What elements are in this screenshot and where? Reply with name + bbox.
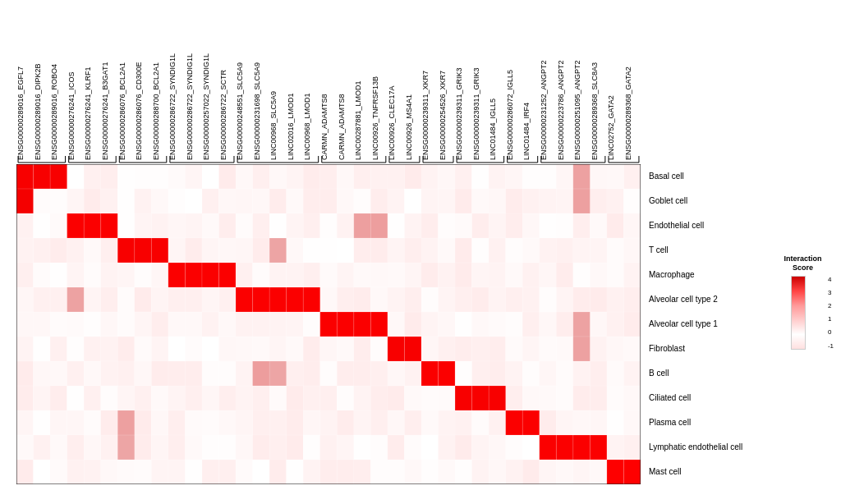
legend-tick-1: 1 (828, 315, 834, 323)
row-label: Lymphatic endothelial cell (649, 442, 742, 451)
row-label: Fibroblast (649, 344, 685, 353)
legend-tick-2: 2 (828, 302, 834, 309)
row-label: Plasma cell (649, 418, 691, 427)
legend-tick-0: 0 (828, 328, 834, 336)
legend: InteractionScore 4 3 2 1 0 -1 (772, 254, 834, 350)
legend-tick-4: 4 (828, 276, 834, 283)
row-label: Alveolar cell type 1 (649, 319, 718, 328)
heatmap-container (16, 164, 641, 484)
row-label: Goblet cell (649, 196, 687, 205)
row-label: T cell (649, 245, 669, 254)
legend-tick-3: 3 (828, 289, 834, 296)
legend-gradient (791, 276, 806, 350)
row-label: Macrophage (649, 270, 695, 279)
row-label: Mast cell (649, 467, 681, 476)
row-label: Basal cell (649, 172, 684, 181)
heatmap-canvas (16, 164, 641, 484)
row-label: Endothelial cell (649, 221, 704, 230)
row-label: B cell (649, 369, 669, 378)
row-labels: Basal cellGoblet cellEndothelial cellT c… (649, 164, 780, 484)
main-container: ENSG00000289016_EGFL7ENSG00000289016_DIP… (0, 0, 841, 504)
bracket-svg (16, 0, 641, 164)
legend-title: InteractionScore (772, 254, 834, 273)
row-label: Ciliated cell (649, 393, 691, 402)
legend-tick-neg1: -1 (828, 342, 834, 350)
row-label: Alveolar cell type 2 (649, 295, 718, 304)
